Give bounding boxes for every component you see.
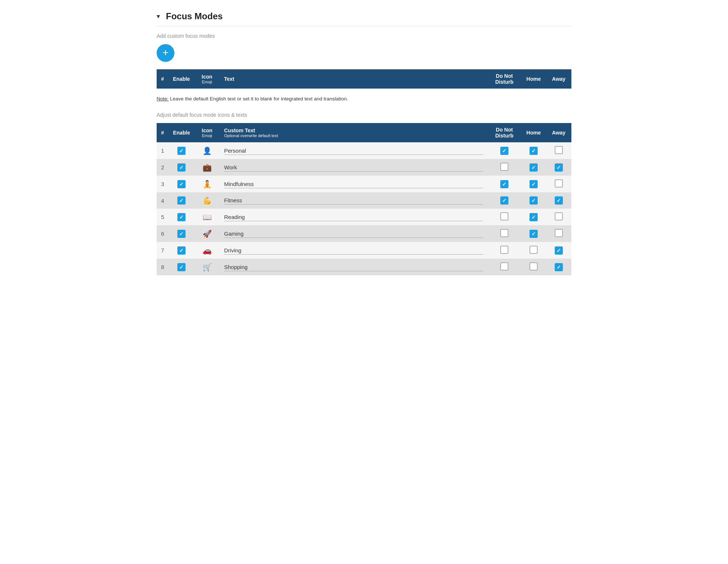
- dnd-checkbox[interactable]: [488, 192, 521, 209]
- focus-mode-icon: 🛒: [194, 259, 220, 275]
- enable-checkbox[interactable]: [168, 192, 194, 209]
- table-row: 7🚗: [157, 242, 571, 259]
- col-header-away: Away: [546, 69, 571, 89]
- home-checkbox[interactable]: [521, 209, 546, 225]
- note-label: Note:: [157, 96, 168, 102]
- dnd-checkbox[interactable]: [488, 209, 521, 225]
- focus-mode-icon: 🚗: [194, 242, 220, 259]
- page-container: ▾ Focus Modes Add custom focus modes + #…: [142, 0, 586, 286]
- home-checkbox[interactable]: [521, 259, 546, 275]
- default-col-away: Away: [546, 123, 571, 142]
- table-row: 6🚀: [157, 225, 571, 242]
- enable-checkbox[interactable]: [168, 176, 194, 192]
- row-number: 3: [157, 176, 168, 192]
- page-title: Focus Modes: [166, 11, 223, 21]
- focus-mode-icon: 💼: [194, 159, 220, 176]
- add-custom-label: Add custom focus modes: [157, 33, 571, 39]
- table-row: 5📖: [157, 209, 571, 225]
- away-checkbox[interactable]: [546, 192, 571, 209]
- custom-text-cell[interactable]: [220, 142, 488, 159]
- dnd-checkbox[interactable]: [488, 225, 521, 242]
- default-col-customtext: Custom Text Optional overwrite default t…: [220, 123, 488, 142]
- home-checkbox[interactable]: [521, 225, 546, 242]
- away-checkbox[interactable]: [546, 209, 571, 225]
- custom-text-input[interactable]: [224, 196, 483, 205]
- custom-text-cell[interactable]: [220, 225, 488, 242]
- home-checkbox[interactable]: [521, 142, 546, 159]
- focus-mode-icon: 💪: [194, 192, 220, 209]
- default-col-home: Home: [521, 123, 546, 142]
- enable-checkbox[interactable]: [168, 209, 194, 225]
- focus-mode-icon: 🧘: [194, 176, 220, 192]
- custom-text-cell[interactable]: [220, 176, 488, 192]
- plus-icon: +: [163, 47, 168, 58]
- custom-text-cell[interactable]: [220, 242, 488, 259]
- dnd-checkbox[interactable]: [488, 259, 521, 275]
- dnd-checkbox[interactable]: [488, 159, 521, 176]
- away-checkbox[interactable]: [546, 242, 571, 259]
- enable-checkbox[interactable]: [168, 142, 194, 159]
- custom-text-input[interactable]: [224, 246, 483, 255]
- default-col-hash: #: [157, 123, 168, 142]
- home-checkbox[interactable]: [521, 192, 546, 209]
- col-header-home: Home: [521, 69, 546, 89]
- col-header-dnd: Do NotDisturb: [488, 69, 521, 89]
- table-row: 3🧘: [157, 176, 571, 192]
- table-row: 1👤: [157, 142, 571, 159]
- section-header: ▾ Focus Modes: [157, 11, 571, 21]
- custom-text-input[interactable]: [224, 163, 483, 172]
- note-content: Leave the default English text or set it…: [170, 96, 348, 102]
- focus-mode-icon: 👤: [194, 142, 220, 159]
- dnd-checkbox[interactable]: [488, 242, 521, 259]
- col-header-icon: Icon Emoji: [194, 69, 220, 89]
- col-header-text: Text: [220, 69, 488, 89]
- enable-checkbox[interactable]: [168, 225, 194, 242]
- row-number: 6: [157, 225, 168, 242]
- enable-checkbox[interactable]: [168, 259, 194, 275]
- home-checkbox[interactable]: [521, 176, 546, 192]
- away-checkbox[interactable]: [546, 176, 571, 192]
- away-checkbox[interactable]: [546, 259, 571, 275]
- table-row: 2💼: [157, 159, 571, 176]
- add-button[interactable]: +: [157, 44, 174, 62]
- col-header-hash: #: [157, 69, 168, 89]
- row-number: 2: [157, 159, 168, 176]
- focus-mode-icon: 🚀: [194, 225, 220, 242]
- custom-focus-table: # Enable Icon Emoji Text Do NotDisturb H…: [157, 69, 571, 89]
- dnd-checkbox[interactable]: [488, 176, 521, 192]
- custom-text-cell[interactable]: [220, 209, 488, 225]
- dnd-checkbox[interactable]: [488, 142, 521, 159]
- enable-checkbox[interactable]: [168, 159, 194, 176]
- default-col-dnd: Do NotDisturb: [488, 123, 521, 142]
- custom-text-input[interactable]: [224, 213, 483, 221]
- row-number: 7: [157, 242, 168, 259]
- home-checkbox[interactable]: [521, 242, 546, 259]
- custom-text-input[interactable]: [224, 230, 483, 238]
- divider: [157, 26, 571, 26]
- focus-mode-icon: 📖: [194, 209, 220, 225]
- default-col-icon: Icon Emoji: [194, 123, 220, 142]
- col-header-enable: Enable: [168, 69, 194, 89]
- custom-text-input[interactable]: [224, 180, 483, 188]
- away-checkbox[interactable]: [546, 142, 571, 159]
- away-checkbox[interactable]: [546, 159, 571, 176]
- note-text: Note: Leave the default English text or …: [157, 96, 571, 102]
- table-row: 8🛒: [157, 259, 571, 275]
- default-focus-table: # Enable Icon Emoji Custom Text Optional…: [157, 123, 571, 275]
- custom-text-input[interactable]: [224, 263, 483, 271]
- custom-text-cell[interactable]: [220, 259, 488, 275]
- custom-text-cell[interactable]: [220, 192, 488, 209]
- home-checkbox[interactable]: [521, 159, 546, 176]
- custom-text-input[interactable]: [224, 147, 483, 155]
- collapse-icon[interactable]: ▾: [157, 12, 160, 20]
- row-number: 4: [157, 192, 168, 209]
- table-row: 4💪: [157, 192, 571, 209]
- enable-checkbox[interactable]: [168, 242, 194, 259]
- default-col-enable: Enable: [168, 123, 194, 142]
- row-number: 8: [157, 259, 168, 275]
- row-number: 1: [157, 142, 168, 159]
- away-checkbox[interactable]: [546, 225, 571, 242]
- row-number: 5: [157, 209, 168, 225]
- adjust-label: Adjust default focus mode icons & texts: [157, 112, 571, 118]
- custom-text-cell[interactable]: [220, 159, 488, 176]
